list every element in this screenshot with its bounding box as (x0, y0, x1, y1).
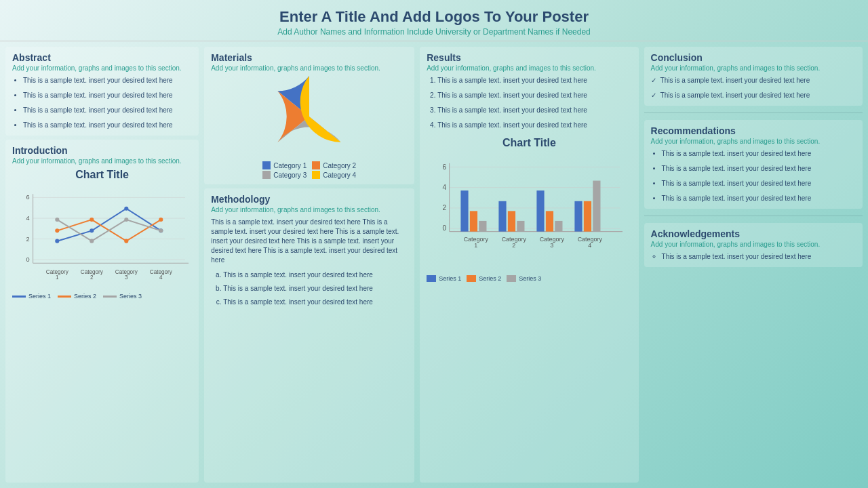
abstract-title: Abstract (12, 52, 192, 63)
abstract-section: Abstract Add your information, graphs an… (5, 47, 199, 136)
conclusion-section: Conclusion Add your information, graphs … (644, 47, 863, 106)
results-subtitle: Add your information, graphs and images … (427, 64, 631, 72)
cat3-swatch (262, 171, 271, 179)
cat1-label: Category 1 (273, 162, 307, 169)
svg-text:3: 3 (125, 274, 128, 281)
pie-legend: Category 1 Category 2 Category 3 Ca (262, 161, 356, 179)
abstract-subtitle: Add your information, graphs and images … (12, 64, 192, 72)
methodology-section: Methodology Add your information, graphs… (204, 188, 414, 483)
cat2-swatch (312, 161, 320, 169)
column-3: Results Add your information, graphs and… (420, 47, 638, 483)
svg-point-25 (159, 218, 163, 222)
series1-swatch (12, 296, 26, 298)
svg-rect-59 (593, 181, 600, 232)
series3-swatch (103, 296, 117, 298)
rec-item-4: This is a sample text. insert your desir… (662, 194, 856, 203)
results-chart-title: Chart Title (427, 137, 631, 149)
methodology-list: This is a sample text. insert your desir… (211, 270, 408, 307)
intro-chart-title: Chart Title (12, 169, 192, 181)
series1-legend: Series 1 (12, 293, 51, 300)
svg-point-20 (124, 207, 128, 211)
column-4: Conclusion Add your information, graphs … (644, 47, 863, 483)
svg-text:2: 2 (26, 236, 29, 243)
methodology-body: This is a sample text. insert your desir… (211, 218, 408, 265)
cat4-swatch (312, 171, 320, 179)
conclusion-subtitle: Add your information, graphs and images … (651, 64, 856, 72)
svg-point-22 (55, 228, 59, 232)
recommendations-subtitle: Add your information, graphs and images … (651, 138, 856, 145)
svg-rect-49 (470, 211, 477, 231)
poster-subtitle: Add Author Names and Information Include… (14, 27, 854, 37)
series3-legend: Series 3 (103, 293, 142, 300)
recommendations-section: Recommendations Add your information, gr… (644, 120, 863, 209)
svg-point-18 (55, 239, 59, 243)
bar-s3-label: Series 3 (519, 275, 541, 282)
bar-s2-swatch (467, 275, 476, 282)
svg-text:2: 2 (90, 274, 94, 281)
svg-text:1: 1 (56, 274, 59, 281)
abstract-item-1: This is a sample text. insert your desir… (23, 76, 192, 85)
cat1-legend: Category 1 (262, 161, 307, 169)
divider-2 (644, 216, 863, 216)
header: Enter A Title And Add Logos To Your Post… (0, 0, 868, 41)
cat3-legend: Category 3 (262, 171, 307, 179)
poster: Enter A Title And Add Logos To Your Post… (0, 0, 868, 488)
bar-s1-legend: Series 1 (427, 275, 461, 282)
divider-1 (644, 113, 863, 113)
svg-rect-57 (575, 201, 583, 232)
column-2: Materials Add your information, graphs a… (204, 47, 414, 483)
abstract-item-2: This is a sample text. insert your desir… (23, 91, 192, 100)
series2-label: Series 2 (74, 293, 96, 300)
line-chart: 6 4 2 0 Category 1 Category 2 Category 3… (12, 184, 192, 287)
abstract-item-3: This is a sample text. insert your desir… (23, 106, 192, 115)
recommendations-title: Recommendations (651, 125, 856, 136)
bar-s1-swatch (427, 275, 436, 282)
svg-text:4: 4 (589, 242, 592, 249)
materials-subtitle: Add your information, graphs and images … (211, 64, 408, 72)
poster-title: Enter A Title And Add Logos To Your Post… (14, 8, 854, 26)
conclusion-list: This is a sample text. insert your desir… (651, 76, 856, 100)
introduction-subtitle: Add your information, graphs and images … (12, 157, 192, 165)
cat4-label: Category 4 (323, 171, 356, 179)
methodology-item-a: This is a sample text. insert your desir… (223, 270, 408, 280)
bar-chart: 6 4 2 0 Category 1 Category 2 Category 3 (427, 152, 631, 270)
column-1: Abstract Add your information, graphs an… (5, 47, 199, 483)
conclusion-item-1: This is a sample text. insert your desir… (651, 76, 856, 85)
acknowledgements-section: Acknowledgements Add your information, g… (644, 223, 863, 267)
rec-item-3: This is a sample text. insert your desir… (662, 179, 856, 188)
recommendations-list: This is a sample text. insert your desir… (651, 149, 856, 203)
methodology-title: Methodology (211, 194, 408, 205)
line-chart-legend: Series 1 Series 2 Series 3 (12, 293, 192, 300)
methodology-subtitle: Add your information, graphs and images … (211, 206, 408, 214)
conclusion-title: Conclusion (651, 52, 856, 63)
svg-rect-58 (584, 201, 591, 232)
materials-title: Materials (211, 52, 408, 63)
results-item-4: This is a sample text. insert your desir… (437, 121, 631, 130)
cat2-legend: Category 2 (312, 161, 356, 169)
conclusion-item-2: This is a sample text. insert your desir… (651, 91, 856, 100)
bar-s3-swatch (507, 275, 516, 282)
methodology-item-b: This is a sample text. insert your desir… (223, 284, 408, 293)
series1-label: Series 1 (28, 293, 51, 300)
svg-text:4: 4 (26, 215, 29, 222)
bar-s3-legend: Series 3 (507, 275, 541, 282)
introduction-section: Introduction Add your information, graph… (5, 140, 199, 483)
svg-text:0: 0 (443, 224, 447, 232)
svg-text:0: 0 (26, 256, 29, 263)
cat2-label: Category 2 (323, 162, 356, 169)
acknowledgements-title: Acknowledgements (651, 228, 856, 239)
svg-text:4: 4 (159, 274, 163, 281)
svg-text:4: 4 (443, 184, 447, 191)
pie-chart-container: Category 1 Category 2 Category 3 Ca (211, 76, 408, 179)
cat3-label: Category 3 (273, 171, 307, 179)
bar-s1-label: Series 1 (439, 275, 461, 282)
cat1-swatch (262, 161, 271, 169)
series3-label: Series 3 (119, 293, 142, 300)
series2-swatch (58, 296, 71, 298)
svg-text:2: 2 (443, 204, 447, 211)
svg-text:6: 6 (26, 194, 29, 201)
results-item-2: This is a sample text. insert your desir… (437, 91, 631, 100)
methodology-item-c: This is a sample text. insert your desir… (223, 298, 408, 307)
results-list: This is a sample text. insert your desir… (427, 76, 631, 130)
cat4-legend: Category 4 (312, 171, 356, 179)
